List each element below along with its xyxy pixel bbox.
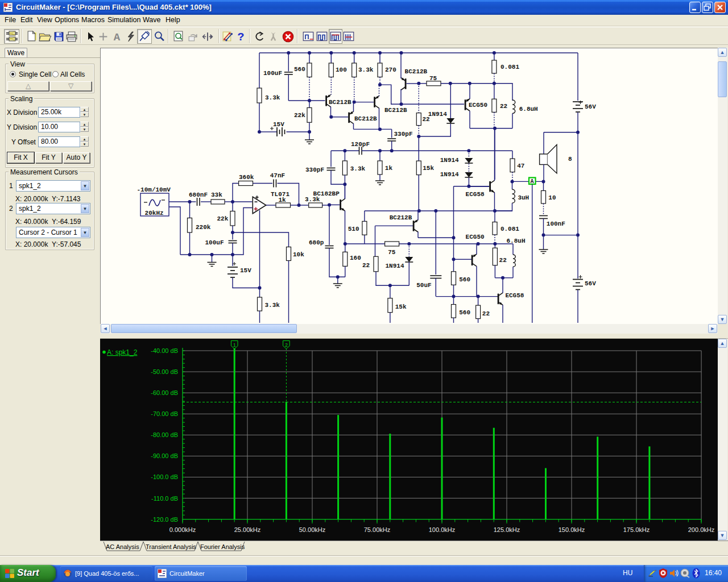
svg-text:ECG50: ECG50 (466, 234, 485, 240)
svg-text:50uF: 50uF (416, 282, 431, 289)
svg-text:33k: 33k (211, 192, 222, 198)
svg-text:75: 75 (429, 75, 437, 82)
svg-text:1k: 1k (279, 197, 287, 203)
svg-text:BC212B: BC212B (329, 99, 351, 106)
svg-text:22: 22 (362, 262, 370, 269)
svg-text:ECG58: ECG58 (466, 191, 485, 198)
svg-text:1N914: 1N914 (428, 111, 447, 118)
svg-text:56V: 56V (585, 280, 596, 287)
svg-text:50.00kHz: 50.00kHz (299, 526, 325, 533)
svg-text:1k: 1k (385, 165, 393, 172)
svg-text:15V: 15V (273, 121, 284, 128)
svg-text:10: 10 (548, 194, 556, 201)
svg-text:ECG50: ECG50 (469, 102, 487, 109)
svg-text:100.0kHz: 100.0kHz (429, 526, 455, 533)
svg-text:6.8uH: 6.8uH (519, 106, 538, 113)
svg-text:56V: 56V (585, 103, 596, 110)
svg-text:-60.00 dB: -60.00 dB (151, 389, 178, 396)
svg-text:160: 160 (350, 255, 361, 261)
svg-text:-10m/10mV: -10m/10mV (137, 186, 171, 193)
svg-text:-40.00 dB: -40.00 dB (151, 347, 178, 354)
svg-text:BC182BP: BC182BP (313, 190, 340, 197)
svg-text:BC212B: BC212B (390, 214, 412, 221)
svg-text:BC212B: BC212B (405, 68, 428, 75)
svg-text:22: 22 (500, 103, 507, 110)
svg-text:-90.00 dB: -90.00 dB (151, 452, 178, 459)
svg-text:-80.00 dB: -80.00 dB (151, 431, 178, 438)
svg-text:-120.0 dB: -120.0 dB (151, 516, 178, 523)
svg-text:15k: 15k (423, 165, 434, 172)
svg-text:3.3k: 3.3k (265, 302, 280, 309)
svg-text:15V: 15V (240, 267, 251, 274)
svg-text:A: A (531, 178, 534, 185)
svg-text:22: 22 (499, 257, 507, 264)
svg-text:-110.0 dB: -110.0 dB (151, 495, 178, 502)
svg-text:1N914: 1N914 (386, 263, 404, 269)
svg-text:47nF: 47nF (270, 172, 285, 179)
svg-text:100uF: 100uF (205, 239, 224, 246)
svg-text:20kHz: 20kHz (145, 210, 164, 217)
svg-text:22: 22 (482, 310, 490, 317)
svg-text:75: 75 (388, 249, 396, 256)
svg-text:3.3k: 3.3k (265, 94, 280, 101)
svg-text:560: 560 (459, 309, 470, 316)
svg-text:2: 2 (285, 342, 288, 348)
svg-text:Transient Analysis: Transient Analysis (146, 543, 196, 550)
svg-text:220k: 220k (196, 224, 211, 231)
svg-text:Fourier Analysis: Fourier Analysis (200, 543, 245, 550)
svg-text:1: 1 (233, 342, 236, 348)
svg-text:6.8uH: 6.8uH (507, 238, 526, 244)
svg-text:330pF: 330pF (305, 167, 324, 173)
svg-text:560: 560 (294, 66, 305, 73)
svg-text:200.0kHz: 200.0kHz (688, 526, 714, 533)
svg-text:0.081: 0.081 (500, 226, 519, 232)
svg-text:3.3k: 3.3k (358, 66, 374, 73)
svg-text:150.0kHz: 150.0kHz (559, 526, 585, 533)
svg-text:120pF: 120pF (351, 141, 370, 148)
svg-text:75.00kHz: 75.00kHz (364, 526, 390, 533)
svg-text:510: 510 (348, 226, 359, 232)
svg-text:AC Analysis: AC Analysis (106, 543, 139, 550)
svg-text:22k: 22k (294, 112, 305, 119)
svg-text:?: ? (237, 31, 244, 42)
svg-text:BC212B: BC212B (384, 107, 407, 114)
svg-text:3uH: 3uH (518, 194, 529, 201)
svg-text:100: 100 (336, 66, 347, 73)
svg-text:0.000kHz: 0.000kHz (169, 526, 196, 533)
svg-text:-100.0 dB: -100.0 dB (151, 473, 178, 480)
svg-text:-50.00 dB: -50.00 dB (151, 368, 178, 375)
svg-text:3.3k: 3.3k (350, 165, 366, 172)
svg-text:-70.00 dB: -70.00 dB (151, 410, 178, 417)
svg-text:680p: 680p (309, 239, 324, 246)
svg-text:1N914: 1N914 (440, 171, 459, 178)
svg-text:10k: 10k (293, 251, 304, 258)
svg-text:1N914: 1N914 (440, 157, 459, 164)
svg-text:175.0kHz: 175.0kHz (623, 526, 650, 533)
svg-text:25.00kHz: 25.00kHz (234, 526, 260, 533)
svg-text:A: spk1_2: A: spk1_2 (107, 348, 138, 356)
svg-text:100nF: 100nF (547, 221, 565, 227)
svg-text:22k: 22k (217, 215, 229, 222)
svg-text:270: 270 (385, 66, 396, 73)
svg-text:125.0kHz: 125.0kHz (494, 526, 520, 533)
svg-text:8: 8 (568, 156, 572, 163)
svg-text:560: 560 (459, 276, 470, 283)
svg-text:330pF: 330pF (394, 131, 413, 138)
svg-text:47: 47 (517, 163, 524, 169)
svg-text:680nF: 680nF (189, 192, 208, 198)
svg-text:100uF: 100uF (263, 70, 282, 77)
svg-text:BC212B: BC212B (354, 115, 377, 122)
svg-text:15k: 15k (395, 304, 407, 310)
svg-text:ECG58: ECG58 (505, 292, 524, 299)
svg-text:360k: 360k (239, 174, 254, 181)
svg-text:A: A (113, 31, 120, 42)
svg-text:0.081: 0.081 (500, 64, 519, 70)
